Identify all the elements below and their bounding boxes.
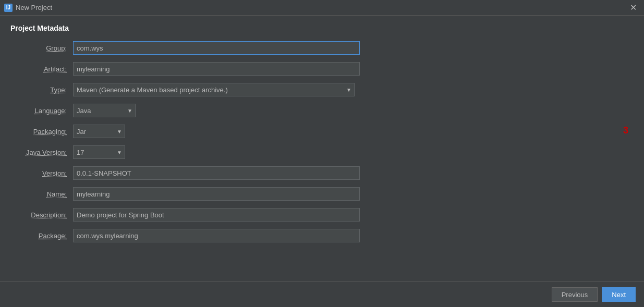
dialog-title: New Project (16, 4, 52, 11)
artifact-row: Artifact: (10, 62, 634, 76)
description-input[interactable] (73, 208, 360, 222)
group-label: Group: (10, 44, 73, 52)
next-button[interactable]: Next (602, 287, 636, 302)
group-input[interactable] (73, 41, 360, 55)
packaging-row: Packaging: Jar War ▼ (10, 124, 634, 139)
page-number: 3 (623, 125, 628, 136)
description-row: Description: (10, 207, 634, 222)
packaging-select[interactable]: Jar War (73, 125, 125, 138)
language-row: Language: Java Kotlin Groovy ▼ (10, 103, 634, 118)
packaging-label: Packaging: (10, 128, 73, 136)
close-button[interactable]: ✕ (627, 3, 640, 13)
version-row: Version: (10, 166, 634, 180)
dialog-footer: Previous Next (0, 281, 644, 307)
language-select-wrapper: Java Kotlin Groovy ▼ (73, 104, 136, 117)
java-version-select-wrapper: 17 21 11 8 ▼ (73, 145, 125, 159)
language-select[interactable]: Java Kotlin Groovy (73, 104, 136, 117)
type-row: Type: Maven (Generate a Maven based proj… (10, 82, 634, 97)
titlebar-left: IJ New Project (4, 4, 52, 12)
name-row: Name: (10, 187, 634, 201)
new-project-dialog: IJ New Project ✕ Project Metadata Group:… (0, 0, 644, 307)
java-version-select[interactable]: 17 21 11 8 (73, 145, 125, 159)
type-select-wrapper: Maven (Generate a Maven based project ar… (73, 83, 355, 96)
description-label: Description: (10, 211, 73, 219)
name-label: Name: (10, 190, 73, 198)
type-select[interactable]: Maven (Generate a Maven based project ar… (73, 83, 355, 96)
artifact-label: Artifact: (10, 65, 73, 73)
name-input[interactable] (73, 187, 360, 201)
packaging-select-wrapper: Jar War ▼ (73, 125, 125, 138)
app-icon: IJ (4, 4, 13, 12)
java-version-row: Java Version: 17 21 11 8 ▼ (10, 145, 634, 159)
titlebar: IJ New Project ✕ (0, 0, 644, 16)
type-label: Type: (10, 86, 73, 94)
java-version-label: Java Version: (10, 149, 73, 156)
package-row: Package: (10, 228, 634, 243)
main-content: Project Metadata Group: Artifact: Type: … (0, 16, 644, 281)
artifact-input[interactable] (73, 62, 360, 76)
package-input[interactable] (73, 229, 360, 242)
previous-button[interactable]: Previous (552, 287, 598, 302)
version-input[interactable] (73, 166, 360, 180)
group-row: Group: (10, 41, 634, 55)
version-label: Version: (10, 169, 73, 177)
package-label: Package: (10, 232, 73, 240)
language-label: Language: (10, 107, 73, 115)
section-title: Project Metadata (10, 24, 634, 32)
